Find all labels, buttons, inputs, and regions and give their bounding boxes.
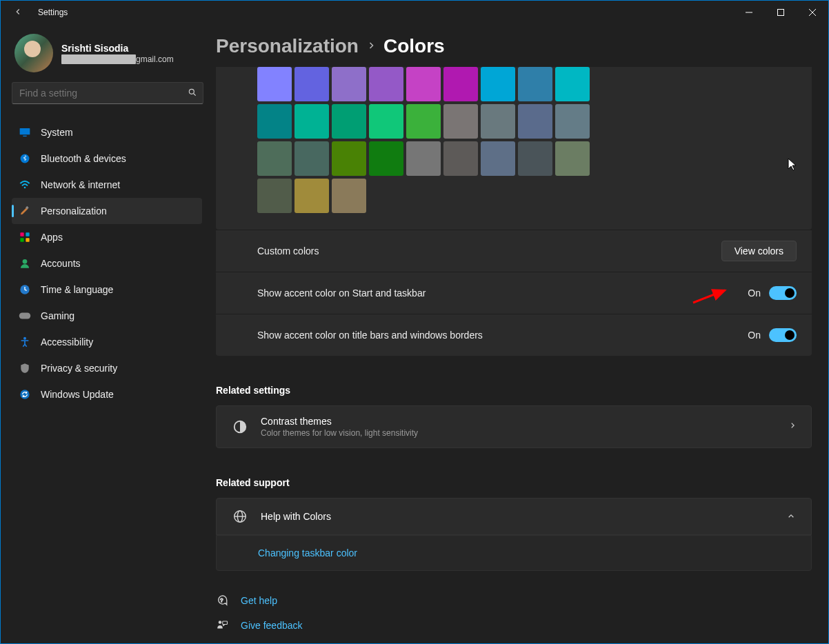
changing-taskbar-color-link[interactable]: Changing taskbar color [258,547,357,559]
sidebar-item-label: Privacy & security [41,363,117,374]
related-settings-heading: Related settings [216,385,812,396]
color-swatch[interactable] [369,104,403,139]
related-support-heading: Related support [216,477,812,488]
profile-block[interactable]: Srishti Sisodia gmail.com [12,31,208,75]
color-swatch[interactable] [369,141,403,176]
back-button[interactable] [8,3,28,23]
svg-rect-9 [20,238,23,241]
give-feedback-link[interactable]: Give feedback [216,619,812,632]
color-swatch[interactable] [481,104,515,139]
sidebar-item-accessibility[interactable]: Accessibility [12,329,202,355]
contrast-icon [232,419,248,435]
color-swatch[interactable] [294,67,329,101]
color-swatch[interactable] [257,141,292,176]
svg-rect-7 [20,232,23,236]
color-swatch[interactable] [294,104,329,139]
nav-list: System Bluetooth & devices Network & int… [12,119,208,407]
close-button[interactable] [797,1,828,23]
color-swatch[interactable] [555,104,590,139]
color-swatch[interactable] [443,67,478,101]
sidebar: Srishti Sisodia gmail.com System Bluetoo… [1,24,208,643]
sidebar-item-label: Accessibility [41,336,93,348]
sidebar-item-label: Time & language [41,284,113,295]
globe-icon [232,508,248,525]
color-swatch[interactable] [257,179,292,213]
color-swatch[interactable] [294,179,329,213]
color-swatch[interactable] [518,104,552,139]
color-swatch[interactable] [332,141,366,176]
sidebar-item-bluetooth[interactable]: Bluetooth & devices [12,145,202,172]
monitor-icon [19,126,31,139]
sidebar-item-update[interactable]: Windows Update [12,381,202,407]
person-icon [19,257,31,270]
search-box[interactable] [12,82,203,104]
sidebar-item-label: Gaming [41,310,74,321]
color-swatch[interactable] [406,141,441,176]
svg-point-15 [20,390,29,399]
wifi-icon [19,179,31,191]
refresh-icon [19,388,31,401]
sidebar-item-apps[interactable]: Apps [12,224,202,250]
sidebar-item-time[interactable]: Time & language [12,276,202,303]
color-swatch[interactable] [555,67,590,101]
color-swatch[interactable] [369,67,403,101]
sidebar-item-personalization[interactable]: Personalization [12,198,202,224]
search-input[interactable] [18,87,188,99]
page-title: Colors [383,35,445,57]
minimize-button[interactable] [733,1,765,23]
color-swatch[interactable] [406,104,441,139]
sidebar-item-privacy[interactable]: Privacy & security [12,355,202,381]
view-colors-button[interactable]: View colors [721,241,797,261]
sidebar-item-system[interactable]: System [12,119,202,145]
get-help-text: Get help [241,595,277,606]
avatar [14,34,53,72]
help-with-colors-card[interactable]: Help with Colors [216,498,812,535]
svg-rect-10 [26,238,29,241]
sidebar-item-network[interactable]: Network & internet [12,172,202,198]
color-swatch[interactable] [257,67,292,101]
accent-start-taskbar-row: Show accent color on Start and taskbar O… [216,272,812,314]
svg-point-1 [189,89,194,94]
sidebar-item-label: Accounts [41,258,81,269]
help-icon: ? [216,594,228,607]
give-feedback-text: Give feedback [241,620,303,631]
accent-titlebar-toggle[interactable] [769,328,797,342]
accent-start-taskbar-toggle[interactable] [769,286,797,300]
color-swatch[interactable] [481,141,515,176]
get-help-link[interactable]: ? Get help [216,594,812,607]
maximize-button[interactable] [765,1,797,23]
chevron-right-icon [367,39,375,54]
color-swatches-panel [216,67,812,230]
chevron-up-icon [786,510,796,523]
color-swatch[interactable] [443,104,478,139]
color-swatch[interactable] [332,104,366,139]
profile-email-suffix: gmail.com [136,54,174,64]
svg-point-5 [24,187,26,189]
gamepad-icon [19,310,31,322]
sidebar-item-label: Network & internet [41,179,120,190]
svg-point-11 [23,259,28,264]
sidebar-item-accounts[interactable]: Accounts [12,250,202,276]
color-swatch[interactable] [518,141,552,176]
svg-point-20 [219,621,222,624]
color-swatch[interactable] [257,104,292,139]
custom-colors-row: Custom colors View colors [216,230,812,272]
bluetooth-icon [19,152,31,165]
color-swatch[interactable] [332,67,366,101]
color-swatch[interactable] [481,67,515,101]
svg-rect-8 [26,232,29,236]
contrast-themes-card[interactable]: Contrast themes Color themes for low vis… [216,405,812,448]
color-swatch[interactable] [443,141,478,176]
color-swatch[interactable] [294,141,329,176]
color-swatch[interactable] [518,67,552,101]
color-swatch[interactable] [406,67,441,101]
breadcrumb-parent[interactable]: Personalization [216,35,359,57]
toggle-state-label: On [748,330,761,341]
toggle-state-label: On [748,288,761,299]
color-swatch[interactable] [332,179,366,213]
sidebar-item-gaming[interactable]: Gaming [12,303,202,329]
svg-rect-21 [223,621,228,625]
color-grid [257,67,812,213]
sidebar-item-label: System [41,127,73,138]
color-swatch[interactable] [555,141,590,176]
